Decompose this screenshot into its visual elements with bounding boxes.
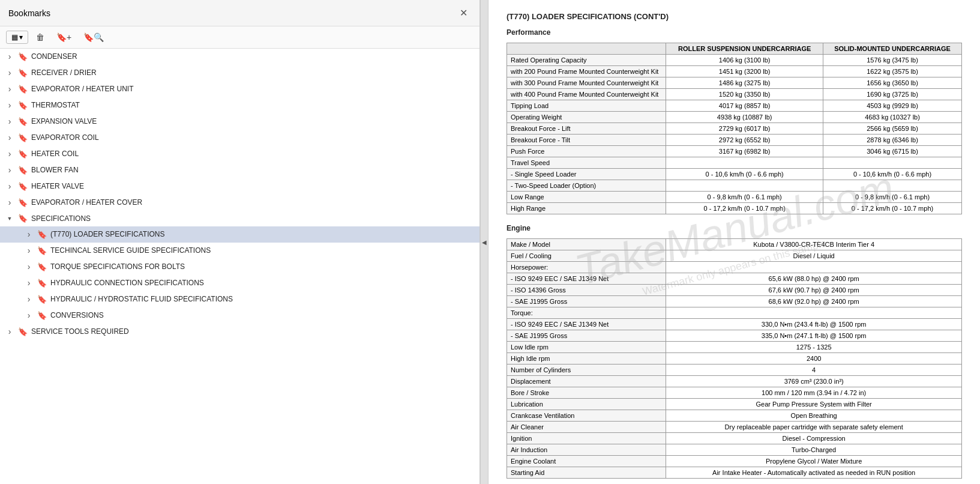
table-row: Torque: — [507, 307, 962, 319]
table-row: Number of Cylinders4 — [507, 365, 962, 376]
performance-label: - Two-Speed Loader (Option) — [507, 180, 666, 192]
close-button[interactable]: ✕ — [456, 6, 471, 20]
engine-value: 4 — [666, 365, 962, 376]
engine-value: 1275 - 1325 — [666, 342, 962, 353]
bookmark-arrow-icon: › — [5, 52, 14, 61]
bookmark-flag-icon: 🔖 — [18, 133, 28, 142]
dropdown-arrow-icon: ▾ — [19, 33, 23, 41]
engine-label: - ISO 9249 EEC / SAE J1349 Net — [507, 273, 666, 285]
bookmark-item-expansion-valve[interactable]: ›🔖EXPANSION VALVE — [0, 113, 479, 130]
bookmark-item-condenser[interactable]: ›🔖CONDENSER — [0, 49, 479, 65]
engine-value: 100 mm / 120 mm (3.94 in / 4.72 in) — [666, 387, 962, 399]
delete-bookmark-button[interactable]: 🗑 — [32, 30, 49, 44]
engine-label: High Idle rpm — [507, 353, 666, 365]
performance-col2-value: 0 - 9,8 km/h (0 - 6.1 mph) — [823, 192, 962, 203]
table-row: Starting AidAir Intake Heater - Automati… — [507, 467, 962, 479]
bookmark-item-service-tools[interactable]: ›🔖SERVICE TOOLS REQUIRED — [0, 324, 479, 340]
bookmark-label-text: CONVERSIONS — [50, 311, 475, 319]
engine-value: Kubota / V3800-CR-TE4CB Interim Tier 4 — [666, 239, 962, 250]
engine-label: Torque: — [507, 307, 666, 319]
table-row: - Single Speed Loader0 - 10,6 km/h (0 - … — [507, 169, 962, 180]
bookmark-flag-icon: 🔖 — [18, 52, 28, 61]
engine-label: Horsepower: — [507, 262, 666, 273]
bookmark-item-heater-coil[interactable]: ›🔖HEATER COIL — [0, 146, 479, 162]
engine-label: Make / Model — [507, 239, 666, 250]
document-main-title: (T770) LOADER SPECIFICATIONS (CONT'D) — [507, 12, 962, 21]
col-header-2: SOLID-MOUNTED UNDERCARRIAGE — [823, 43, 962, 55]
performance-col2-value: 2878 kg (6346 lb) — [823, 135, 962, 146]
grid-icon: ▦ — [11, 33, 18, 41]
view-dropdown-button[interactable]: ▦ ▾ — [6, 31, 28, 44]
bookmark-flag-icon: 🔖 — [18, 68, 28, 77]
bookmark-arrow-icon: › — [24, 310, 34, 320]
engine-table: Make / ModelKubota / V3800-CR-TE4CB Inte… — [507, 238, 962, 479]
performance-col2-value — [823, 180, 962, 192]
engine-label: Air Cleaner — [507, 422, 666, 433]
engine-label: - SAE J1995 Gross — [507, 296, 666, 307]
engine-value: 67,6 kW (90.7 hp) @ 2400 rpm — [666, 285, 962, 296]
performance-col1-value: 1451 kg (3200 lb) — [666, 66, 823, 77]
performance-col1-value: 2729 kg (6017 lb) — [666, 123, 823, 135]
bookmark-item-technical-service-guide[interactable]: ›🔖TECHINCAL SERVICE GUIDE SPECIFICATIONS — [0, 243, 479, 259]
table-row: Crankcase VentilationOpen Breathing — [507, 410, 962, 422]
bookmark-item-specifications[interactable]: ▼🔖SPECIFICATIONS — [0, 211, 479, 226]
bookmark-item-receiver-drier[interactable]: ›🔖RECEIVER / DRIER — [0, 65, 479, 81]
performance-col2-value: 1656 kg (3650 lb) — [823, 77, 962, 89]
engine-value: 68,6 kW (92.0 hp) @ 2400 rpm — [666, 296, 962, 307]
bookmark-arrow-icon: › — [5, 133, 14, 142]
bookmark-arrow-icon: › — [24, 294, 34, 304]
bookmark-flag-icon: 🔖 — [18, 150, 28, 159]
table-row: Operating Weight4938 kg (10887 lb)4683 k… — [507, 112, 962, 123]
bookmark-item-hydraulic-fluid[interactable]: ›🔖HYDRAULIC / HYDROSTATIC FLUID SPECIFIC… — [0, 291, 479, 307]
bookmark-label-text: EVAPORATOR / HEATER COVER — [31, 198, 475, 207]
bookmark-arrow-icon: › — [5, 116, 14, 126]
table-row: - ISO 14396 Gross67,6 kW (90.7 hp) @ 240… — [507, 285, 962, 296]
table-row: Tipping Load4017 kg (8857 lb)4503 kg (99… — [507, 100, 962, 112]
performance-col1-value: 1486 kg (3275 lb) — [666, 77, 823, 89]
bookmark-arrow-icon: › — [5, 100, 14, 110]
bookmark-item-evaporator-heater-unit[interactable]: ›🔖EVAPORATOR / HEATER UNIT — [0, 81, 479, 97]
performance-label: Breakout Force - Tilt — [507, 135, 666, 146]
performance-col2-value: 1622 kg (3575 lb) — [823, 66, 962, 77]
bookmark-item-thermostat[interactable]: ›🔖THERMOSTAT — [0, 97, 479, 113]
performance-col1-value: 4017 kg (8857 lb) — [666, 100, 823, 112]
bookmark-item-conversions[interactable]: ›🔖CONVERSIONS — [0, 307, 479, 324]
performance-col2-value: 1690 kg (3725 lb) — [823, 89, 962, 100]
bookmark-item-evaporator-heater-cover[interactable]: ›🔖EVAPORATOR / HEATER COVER — [0, 195, 479, 211]
bookmark-item-heater-valve[interactable]: ›🔖HEATER VALVE — [0, 178, 479, 195]
bookmark-arrow-icon: ▼ — [5, 216, 14, 222]
table-row: Breakout Force - Lift2729 kg (6017 lb)25… — [507, 123, 962, 135]
search-bookmark-icon: 🔖🔍 — [83, 32, 104, 42]
performance-col1-value: 0 - 10,6 km/h (0 - 6.6 mph) — [666, 169, 823, 180]
bookmark-item-t770-loader-specs[interactable]: ›🔖(T770) LOADER SPECIFICATIONS — [0, 226, 479, 243]
performance-label: with 300 Pound Frame Mounted Counterweig… — [507, 77, 666, 89]
table-row: Horsepower: — [507, 262, 962, 273]
engine-value: Diesel / Liquid — [666, 250, 962, 262]
performance-label: Low Range — [507, 192, 666, 203]
bookmark-flag-icon: 🔖 — [37, 230, 47, 239]
engine-label: Lubrication — [507, 399, 666, 410]
bookmark-item-hydraulic-connection[interactable]: ›🔖HYDRAULIC CONNECTION SPECIFICATIONS — [0, 275, 479, 291]
bookmarks-list: ›🔖CONDENSER›🔖RECEIVER / DRIER›🔖EVAPORATO… — [0, 49, 479, 484]
panel-collapse-button[interactable]: ◀ — [480, 0, 488, 484]
bookmark-arrow-icon: › — [24, 246, 34, 255]
add-bookmark-button[interactable]: 🔖+ — [52, 30, 76, 44]
performance-col2-value: 2566 kg (5659 lb) — [823, 123, 962, 135]
trash-icon: 🗑 — [36, 32, 44, 42]
search-bookmark-button[interactable]: 🔖🔍 — [79, 30, 108, 44]
performance-col1-value: 1406 kg (3100 lb) — [666, 55, 823, 66]
table-row: Air InductionTurbo-Charged — [507, 444, 962, 456]
engine-value: 330,0 N•m (243.4 ft-lb) @ 1500 rpm — [666, 319, 962, 330]
performance-col2-value: 0 - 17,2 km/h (0 - 10.7 mph) — [823, 203, 962, 214]
table-row: High Range0 - 17,2 km/h (0 - 10.7 mph)0 … — [507, 203, 962, 214]
performance-col1-value: 0 - 17,2 km/h (0 - 10.7 mph) — [666, 203, 823, 214]
table-row: LubricationGear Pump Pressure System wit… — [507, 399, 962, 410]
bookmark-flag-icon: 🔖 — [37, 246, 47, 255]
bookmark-item-blower-fan[interactable]: ›🔖BLOWER FAN — [0, 162, 479, 178]
engine-value: Turbo-Charged — [666, 444, 962, 456]
performance-col2-value: 4503 kg (9929 lb) — [823, 100, 962, 112]
table-row: with 300 Pound Frame Mounted Counterweig… — [507, 77, 962, 89]
table-row: Displacement3769 cm³ (230.0 in³) — [507, 376, 962, 387]
bookmark-item-torque-specs[interactable]: ›🔖TORQUE SPECIFICATIONS FOR BOLTS — [0, 259, 479, 275]
bookmark-item-evaporator-coil[interactable]: ›🔖EVAPORATOR COIL — [0, 130, 479, 146]
